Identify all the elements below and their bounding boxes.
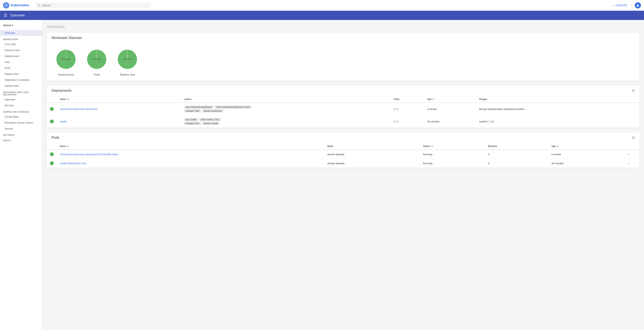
logo[interactable]: kubernetes	[3, 2, 29, 8]
row-node: docker-desktop	[324, 150, 420, 159]
row-labels: app: traefik chart: traefik-1.78.2 herit…	[181, 115, 391, 128]
logo-text: kubernetes	[11, 3, 29, 7]
svg-point-1	[6, 5, 7, 6]
row-age: a minute	[548, 150, 624, 159]
lines-icon[interactable]: ≡	[627, 152, 630, 157]
namespace-selector[interactable]: default ▾	[0, 22, 42, 28]
pods-card: Pods ⊟ Name ⇅ Node Status ⇅ Restarts Age…	[47, 132, 640, 168]
sidebar-item-overview[interactable]: Overview	[0, 30, 42, 36]
row-name: dashboard-kubernetes-dashboard-6b759c6fb…	[57, 150, 324, 159]
more-icon[interactable]: ⋮	[631, 119, 636, 124]
label-tag: release: dashboard	[202, 109, 223, 112]
row-restarts: 0	[485, 150, 548, 159]
deployments-label: Deployments	[58, 73, 74, 76]
topbar-right: + CREATE |	[612, 2, 641, 8]
hamburger-icon[interactable]: ☰	[4, 13, 7, 18]
th-age[interactable]: Age ⇅	[548, 143, 624, 150]
status-ok-icon: ✓	[50, 107, 54, 111]
search-icon	[38, 4, 40, 7]
sidebar-item-services[interactable]: Services	[0, 102, 42, 108]
row-labels: app: kubernetes-dashboard chart: kuberne…	[181, 103, 391, 115]
page-title: Overview	[10, 14, 25, 18]
sidebar-section-settings: Settings	[0, 132, 42, 137]
breadcrumb: Workloads	[47, 24, 640, 29]
th-restarts: Restarts	[485, 143, 548, 150]
pie-pods: 100.00%	[85, 48, 108, 71]
deployments-table: Name ⇅ Labels Pods Age ⇅ Images ✓ dashbo…	[47, 96, 640, 128]
deployments-percent: 100.00%	[62, 58, 70, 61]
th-age[interactable]: Age ⇅	[424, 96, 476, 103]
status-item-pods: 100.00% Pods	[85, 48, 108, 76]
workloads-statuses-card: Workloads Statuses 100.00% Deployments	[47, 33, 640, 81]
sidebar-item-pods[interactable]: Pods	[0, 65, 42, 71]
table-row: ✓ traefik-845bfc9cdf-5xink docker-deskto…	[47, 159, 640, 168]
deployment-link[interactable]: dashboard-kubernetes-dashboard	[60, 108, 98, 110]
label-tag: app: kubernetes-dashboard	[184, 106, 214, 108]
pods-title: Pods	[52, 136, 59, 140]
th-name[interactable]: Name ⇅	[57, 143, 324, 150]
filter-icon[interactable]: ⊟	[632, 88, 635, 93]
row-age: a minute	[424, 103, 476, 115]
table-row: ✓ dashboard-kubernetes-dashboard-6b759c6…	[47, 150, 640, 159]
namespace-value: default	[3, 24, 11, 27]
sidebar-item-ingresses[interactable]: Ingresses	[0, 96, 42, 102]
label-tag: release: traefik	[202, 122, 219, 125]
lines-icon[interactable]: ≡	[627, 161, 630, 166]
row-status: ✓	[47, 115, 57, 128]
workloads-statuses-title: Workloads Statuses	[52, 36, 82, 40]
chevron-down-icon: ▾	[12, 24, 13, 27]
more-icon[interactable]: ⋮	[631, 160, 636, 166]
deployments-card: Deployments ⊟ Name ⇅ Labels Pods Age ⇅ I…	[47, 86, 640, 128]
status-ok-icon: ✓	[50, 120, 54, 123]
sidebar-item-cron-jobs[interactable]: Cron Jobs	[0, 41, 42, 47]
row-age: 30 minutes	[424, 115, 476, 128]
pie-replica-sets: 100.00%	[116, 48, 139, 71]
pod-link[interactable]: dashboard-kubernetes-dashboard-6b759c6fb…	[60, 153, 118, 156]
status-ok-icon: ✓	[50, 152, 54, 156]
label-tag: heritage: Tiller	[184, 109, 201, 112]
sidebar-item-secrets[interactable]: Secrets	[0, 126, 42, 132]
sidebar-item-replication-controllers[interactable]: Replication Controllers	[0, 77, 42, 83]
pod-link[interactable]: traefik-845bfc9cdf-5xink	[60, 162, 86, 165]
sidebar-item-deployments[interactable]: Deployments	[0, 53, 42, 59]
row-images: traefik:1.7.14	[476, 115, 628, 128]
th-name[interactable]: Name ⇅	[57, 96, 181, 103]
replica-sets-percent: 100.00%	[123, 58, 132, 61]
svg-point-3	[637, 4, 639, 5]
row-actions: ≡ ⋮	[624, 159, 640, 168]
sidebar-section-config: Config and Storage	[0, 108, 42, 114]
search-input[interactable]	[42, 4, 148, 7]
th-labels: Labels	[181, 96, 391, 103]
statuses-row: 100.00% Deployments 100.00% Pods	[47, 43, 640, 81]
status-ok-icon: ✓	[50, 161, 54, 165]
label-tag: app: traefik	[184, 118, 198, 121]
status-item-deployments: 100.00% Deployments	[54, 48, 78, 76]
sidebar-item-stateful-sets[interactable]: Stateful Sets	[0, 83, 42, 89]
pods-percent: 100.00%	[92, 58, 101, 61]
sidebar-section-discovery: Discovery and Load Balancing	[0, 89, 42, 96]
more-icon[interactable]: ⋮	[631, 152, 636, 157]
th-status-col[interactable]: Status ⇅	[420, 143, 485, 150]
avatar[interactable]	[635, 2, 641, 8]
more-icon[interactable]: ⋮	[631, 106, 636, 112]
sidebar-item-persistent-volume-claims[interactable]: Persistent Volume Claims	[0, 120, 42, 126]
sidebar: default ▾ Overview Workloads Cron Jobs D…	[0, 20, 42, 330]
topbar-divider: |	[632, 3, 632, 8]
replica-sets-label: Replica Sets	[120, 73, 135, 76]
deployment-link[interactable]: traefik	[60, 120, 66, 123]
sidebar-item-jobs[interactable]: Jobs	[0, 59, 42, 65]
row-node: docker-desktop	[324, 159, 420, 168]
pods-label: Pods	[94, 73, 100, 76]
pods-table: Name ⇅ Node Status ⇅ Restarts Age ⇅ ✓ da…	[47, 143, 640, 168]
sidebar-item-replica-sets[interactable]: Replica Sets	[0, 71, 42, 77]
search-bar[interactable]	[35, 3, 150, 8]
sidebar-item-daemon-sets[interactable]: Daemon Sets	[0, 47, 42, 53]
create-button[interactable]: + CREATE	[612, 2, 629, 8]
row-status: ✓	[47, 159, 57, 168]
label-tag: chart: kubernetes-dashboard-1.10.0	[215, 106, 252, 108]
sidebar-item-config-maps[interactable]: Config Maps	[0, 114, 42, 120]
th-images: Images	[476, 96, 628, 103]
pods-filter-icon[interactable]: ⊟	[632, 136, 635, 140]
deployments-title: Deployments	[52, 89, 72, 93]
th-actions	[628, 96, 640, 103]
